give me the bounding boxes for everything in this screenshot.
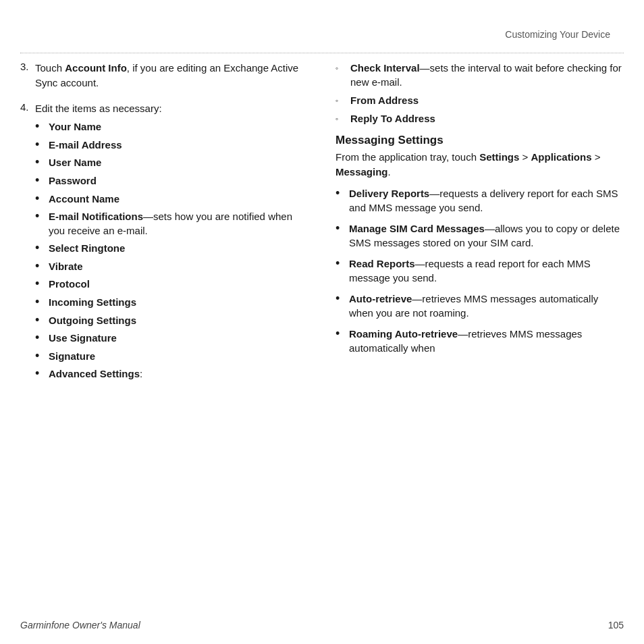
item-text: Account Name <box>49 192 308 206</box>
item-text: E-mail Notifications—sets how you are no… <box>49 209 308 238</box>
item-text: User Name <box>49 155 308 169</box>
bullet-icon: • <box>35 138 47 153</box>
bullet-icon: • <box>35 209 47 224</box>
right-column: ◦ Check Interval—sets the interval to wa… <box>329 61 624 603</box>
messaging-bullet-list: • Delivery Reports—requests a delivery r… <box>336 186 624 355</box>
list-item: • Protocol <box>35 277 308 292</box>
item-3-text: Touch Account Info, if you are editing a… <box>35 61 308 90</box>
bullet-icon: • <box>336 221 348 236</box>
bullet-icon: • <box>35 349 47 364</box>
list-item: ◦ Reply To Address <box>336 111 624 126</box>
list-item: • E-mail Address <box>35 138 308 153</box>
messaging-settings-heading: Messaging Settings <box>336 134 624 147</box>
item-text: From Address <box>350 93 624 107</box>
bullet-icon: • <box>336 327 348 342</box>
item-text: Incoming Settings <box>49 295 308 309</box>
item-text: Read Reports—requests a read report for … <box>349 257 624 285</box>
list-item: • Your Name <box>35 119 308 134</box>
item-text: Roaming Auto-retrieve—retrieves MMS mess… <box>349 327 624 355</box>
list-item: • Auto-retrieve—retrieves MMS messages a… <box>336 292 624 320</box>
item-text: Delivery Reports—requests a delivery rep… <box>349 186 624 215</box>
page: Customizing Your Device 3. Touch Account… <box>0 0 644 644</box>
bullet-icon: • <box>336 186 348 201</box>
list-item: • User Name <box>35 155 308 170</box>
item-text: Use Signature <box>49 331 308 345</box>
item-text: Auto-retrieve—retrieves MMS messages aut… <box>349 292 624 320</box>
list-item: • E-mail Notifications—sets how you are … <box>35 209 308 238</box>
item-3-content: Touch Account Info, if you are editing a… <box>35 61 308 95</box>
list-item: • Signature <box>35 349 308 364</box>
header-rule <box>20 53 624 53</box>
list-item: • Delivery Reports—requests a delivery r… <box>336 186 624 215</box>
list-item: • Vibrate <box>35 259 308 274</box>
list-item: • Manage SIM Card Messages—allows you to… <box>336 221 624 250</box>
circle-bullet-icon: ◦ <box>336 113 348 125</box>
list-item: • Incoming Settings <box>35 295 308 310</box>
circle-bullet-icon: ◦ <box>336 95 348 107</box>
item-text: Outgoing Settings <box>49 313 308 327</box>
bullet-list: • Your Name • E-mail Address • User Name <box>35 119 308 381</box>
messaging-intro: From the application tray, touch Setting… <box>336 150 624 180</box>
item-text: Select Ringtone <box>49 241 308 255</box>
list-item: • Select Ringtone <box>35 241 308 256</box>
item-text: Your Name <box>49 119 308 134</box>
bullet-icon: • <box>35 367 47 381</box>
list-item: • Use Signature <box>35 331 308 346</box>
list-item: • Outgoing Settings <box>35 313 308 328</box>
item-text: Vibrate <box>49 259 308 273</box>
item-text: Advanced Settings: <box>49 367 308 381</box>
item-4-number: 4. <box>20 101 35 385</box>
bullet-icon: • <box>35 192 47 207</box>
item-text: Password <box>49 173 308 188</box>
bullet-icon: • <box>35 277 47 292</box>
circle-list: ◦ Check Interval—sets the interval to wa… <box>336 61 624 126</box>
list-item: • Roaming Auto-retrieve—retrieves MMS me… <box>336 327 624 355</box>
list-item: • Read Reports—requests a read report fo… <box>336 257 624 285</box>
item-text: Reply To Address <box>350 111 624 126</box>
page-number: 105 <box>608 620 624 630</box>
left-column: 3. Touch Account Info, if you are editin… <box>20 61 315 603</box>
list-item-4: 4. Edit the items as necessary: • Your N… <box>20 101 308 385</box>
item-text: Manage SIM Card Messages—allows you to c… <box>349 221 624 250</box>
bullet-icon: • <box>35 241 47 256</box>
list-item-3: 3. Touch Account Info, if you are editin… <box>20 61 308 95</box>
bullet-icon: • <box>35 259 47 274</box>
header-title: Customizing Your Device <box>505 29 610 40</box>
list-item: • Password <box>35 173 308 188</box>
bullet-icon: • <box>336 257 348 271</box>
item-3-number: 3. <box>20 61 35 95</box>
manual-name: Garminfone Owner's Manual <box>20 620 140 630</box>
bullet-icon: • <box>35 295 47 310</box>
account-info-bold: Account Info <box>65 62 127 74</box>
item-4-text: Edit the items as necessary: <box>35 101 308 116</box>
bullet-icon: • <box>35 155 47 170</box>
content-area: 3. Touch Account Info, if you are editin… <box>20 61 624 603</box>
item-text: E-mail Address <box>49 138 308 152</box>
circle-bullet-icon: ◦ <box>336 63 348 74</box>
item-text: Signature <box>49 349 308 363</box>
footer: Garminfone Owner's Manual 105 <box>20 620 624 630</box>
list-item: ◦ Check Interval—sets the interval to wa… <box>336 61 624 89</box>
bullet-icon: • <box>35 173 47 188</box>
item-4-content: Edit the items as necessary: • Your Name… <box>35 101 308 385</box>
list-item: • Account Name <box>35 192 308 207</box>
item-text: Protocol <box>49 277 308 291</box>
list-item: ◦ From Address <box>336 93 624 107</box>
bullet-icon: • <box>35 119 47 134</box>
bullet-icon: • <box>336 292 348 306</box>
list-item: • Advanced Settings: <box>35 367 308 381</box>
bullet-icon: • <box>35 313 47 328</box>
bullet-icon: • <box>35 331 47 346</box>
item-text: Check Interval—sets the interval to wait… <box>350 61 624 89</box>
